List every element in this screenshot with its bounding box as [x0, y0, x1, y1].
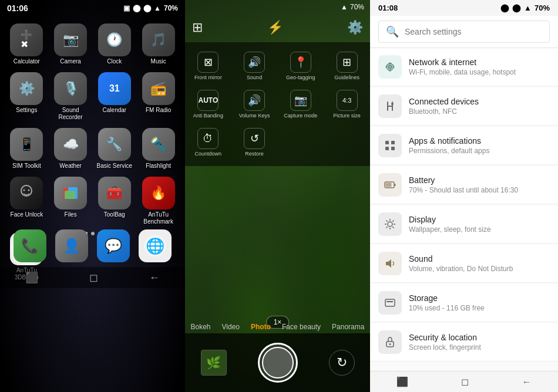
home-nav-back[interactable]: ← [149, 272, 160, 284]
mode-photo[interactable]: Photo [248, 320, 273, 333]
camera-flash-icon[interactable]: ⚡ [267, 20, 283, 35]
settings-item-network[interactable]: Network & internet Wi-Fi, mobile, data u… [370, 48, 558, 86]
dock-contacts[interactable]: 👤 [55, 229, 88, 262]
app-music[interactable]: 🎵 Music [137, 21, 179, 67]
files-icon-app [54, 177, 87, 209]
display-subtitle: Wallpaper, sleep, font size [409, 225, 550, 234]
mode-panorama[interactable]: Panorama [330, 320, 367, 333]
ctrl-sound[interactable]: 🔊 Sound [231, 47, 278, 85]
camera-status-right: ▲ 70% [341, 3, 364, 11]
app-basic-service[interactable]: 🔧 Basic Service [94, 126, 136, 172]
svg-point-30 [389, 343, 391, 345]
calendar-label: Calendar [103, 107, 127, 114]
connected-text: Connected devices Bluetooth, NFC [409, 97, 550, 116]
ctrl-restore[interactable]: ↺ Restore [231, 123, 278, 161]
home-dock: 📞 👤 💬 🌐 [0, 225, 185, 267]
settings-item-apps[interactable]: Apps & notifications Permissions, defaul… [370, 127, 558, 165]
settings-nav-back[interactable]: ← [522, 377, 532, 387]
network-title: Network & internet [409, 58, 550, 67]
ctrl-guidelines[interactable]: ⊞ Guidelines [324, 47, 370, 85]
guidelines-icon: ⊞ [337, 52, 358, 73]
simtoolkit-icon-app: 📱 [10, 128, 43, 161]
camera-settings-icon[interactable]: ⚙️ [347, 20, 363, 35]
settings-nav-home[interactable]: ◻ [461, 376, 469, 387]
app-sim-toolkit[interactable]: 📱 SIM Toolkit [6, 126, 48, 172]
mode-video[interactable]: Video [220, 320, 242, 333]
connected-subtitle: Bluetooth, NFC [409, 107, 550, 116]
calculator-label: Calculator [14, 58, 40, 65]
svg-rect-10 [385, 141, 389, 144]
display-title: Display [409, 215, 550, 224]
basicservice-label: Basic Service [97, 163, 133, 170]
network-icon [378, 55, 402, 79]
app-sound-recorder[interactable]: 🎙️ Sound Recorder [50, 70, 92, 123]
settings-nav-recent[interactable]: ⬛ [396, 376, 408, 387]
dock-phone[interactable]: 📞 [14, 229, 46, 262]
search-input[interactable] [405, 27, 542, 36]
app-toolbag[interactable]: 🧰 ToolBag [94, 174, 136, 228]
camera-controls-overlay: ⊠ Front mirror 🔊 Sound 📍 Geo-tagging ⊞ G… [185, 42, 370, 166]
settings-mute-icon: ⬤ [512, 4, 521, 12]
picture-size-label: Picture size [333, 113, 361, 119]
settings-item-storage[interactable]: Storage 10% used - 116 GB free [370, 284, 558, 322]
camera-top-bar: ⊞ ⚡ ⚙️ [185, 13, 370, 42]
sound-ctrl-icon: 🔊 [244, 52, 265, 73]
dock-chrome[interactable]: 🌐 [139, 229, 172, 262]
flashlight-label: Flashlight [146, 163, 171, 170]
front-mirror-icon: ⊠ [197, 52, 219, 73]
camera-grid-icon[interactable]: ⊞ [192, 20, 203, 35]
front-mirror-label: Front mirror [194, 75, 222, 80]
app-files[interactable]: Files [50, 174, 92, 228]
app-antutu[interactable]: 🔥 AnTuTu Benchmark [137, 174, 179, 228]
ctrl-anti-banding[interactable]: AUTO Anti Banding [185, 85, 231, 123]
settings-item-display[interactable]: Display Wallpaper, sleep, font size [370, 205, 558, 244]
ctrl-volume-keys[interactable]: 🔊 Volume Keys [231, 85, 278, 123]
settings-item-security[interactable]: Security & location Screen lock, fingerp… [370, 323, 558, 361]
faceunlock-label: Face Unlock [11, 211, 43, 218]
flip-camera-button[interactable]: ↻ [329, 350, 355, 376]
ctrl-geo-tagging[interactable]: 📍 Geo-tagging [278, 47, 324, 85]
settings-item-battery[interactable]: Battery 70% - Should last until about 16… [370, 166, 558, 204]
app-flashlight[interactable]: 🔦 Flashlight [137, 126, 179, 172]
home-nav-home[interactable]: ◻ [89, 271, 98, 284]
dock-messages[interactable]: 💬 [97, 229, 130, 262]
countdown-icon: ⏱ [197, 128, 219, 149]
storage-icon [378, 291, 402, 315]
countdown-label: Countdown [195, 151, 222, 157]
camera-icon-app: 📷 [54, 23, 87, 56]
fmradio-label: FM Radio [146, 107, 171, 114]
guidelines-label: Guidelines [334, 75, 359, 80]
storage-title: Storage [409, 293, 550, 303]
camera-wifi-icon: ▲ [341, 3, 348, 11]
mode-bokeh[interactable]: Bokeh [189, 320, 213, 333]
settings-item-connected[interactable]: Connected devices Bluetooth, NFC [370, 87, 558, 126]
app-settings[interactable]: ⚙️ Settings [6, 70, 48, 123]
app-calculator[interactable]: ➕✖ Calculator [6, 21, 48, 67]
home-time: 01:06 [7, 4, 28, 13]
home-nav-recent[interactable]: ⬛ [25, 271, 38, 284]
settings-battery-text: 70% [535, 4, 550, 12]
weather-label: Weather [59, 163, 82, 170]
settings-item-sound[interactable]: Sound Volume, vibration, Do Not Disturb [370, 245, 558, 283]
sound-icon [378, 252, 402, 275]
svg-rect-13 [391, 147, 395, 150]
ctrl-front-mirror[interactable]: ⊠ Front mirror [185, 47, 231, 85]
gallery-thumbnail[interactable]: 🌿 [201, 350, 227, 376]
camera-label: Camera [60, 58, 81, 65]
app-weather[interactable]: ☁️ Weather [50, 126, 92, 172]
mode-face-beauty[interactable]: Face beauty [280, 320, 323, 333]
app-face-unlock[interactable]: Face Unlock [6, 174, 48, 228]
app-clock[interactable]: 🕐 Clock [94, 21, 136, 67]
app-calendar[interactable]: 31 Calendar [94, 70, 136, 123]
display-text: Display Wallpaper, sleep, font size [409, 215, 550, 234]
camera-mode-tabs: Bokeh Video Photo Face beauty Panorama [185, 320, 370, 333]
app-fm-radio[interactable]: 📻 FM Radio [137, 70, 179, 123]
search-box[interactable]: 🔍 [378, 21, 550, 43]
ctrl-countdown[interactable]: ⏱ Countdown [185, 123, 231, 161]
app-camera[interactable]: 📷 Camera [50, 21, 92, 67]
volume-keys-icon: 🔊 [244, 90, 265, 111]
shutter-button[interactable] [258, 343, 298, 383]
picture-size-icon: 4:3 [337, 90, 358, 111]
ctrl-capture-mode[interactable]: 📷 Capture mode [278, 85, 324, 123]
ctrl-picture-size[interactable]: 4:3 Picture size [324, 85, 370, 123]
